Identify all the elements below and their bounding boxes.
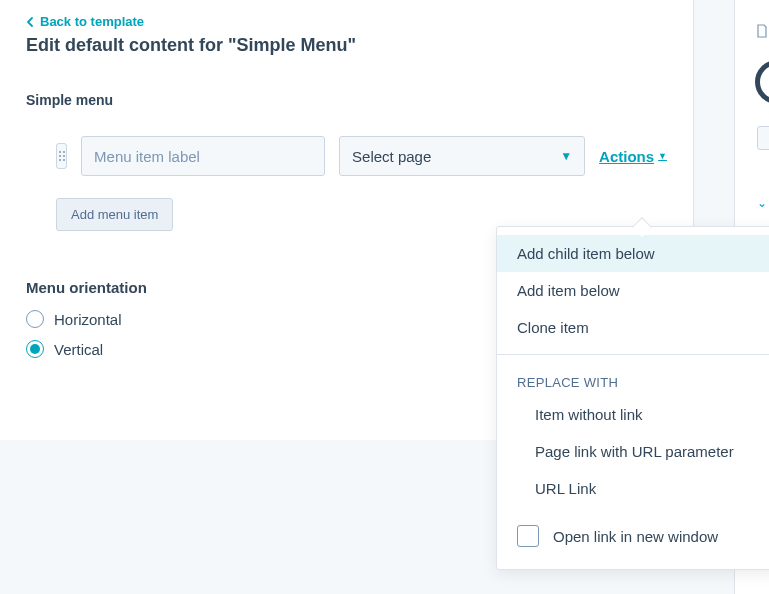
radio-icon	[26, 340, 44, 358]
progress-circle-icon	[755, 60, 769, 104]
page-title: Edit default content for "Simple Menu"	[0, 29, 693, 56]
open-new-window-label: Open link in new window	[553, 528, 718, 545]
chevron-down-icon[interactable]: ⌄	[757, 196, 767, 210]
add-menu-item-button[interactable]: Add menu item	[56, 198, 173, 231]
back-link-text: Back to template	[40, 14, 144, 29]
menu-item-label-input[interactable]	[81, 136, 325, 176]
actions-button-label: Actions	[599, 148, 654, 165]
caret-down-icon: ▼	[560, 149, 572, 163]
select-page-value: Select page	[352, 148, 431, 165]
select-page-dropdown[interactable]: Select page ▼	[339, 136, 585, 176]
radio-icon	[26, 310, 44, 328]
menu-clone-item[interactable]: Clone item	[497, 309, 769, 346]
radio-label: Vertical	[54, 341, 103, 358]
actions-dropdown-menu: Add child item below Add item below Clon…	[496, 226, 769, 570]
open-new-window-row[interactable]: Open link in new window	[497, 507, 769, 547]
actions-button[interactable]: Actions ▼	[599, 148, 667, 165]
checkbox-icon	[517, 525, 539, 547]
menu-item-without-link[interactable]: Item without link	[497, 396, 769, 433]
menu-separator	[497, 354, 769, 355]
caret-down-icon: ▼	[658, 151, 667, 161]
replace-with-label: REPLACE WITH	[497, 369, 769, 396]
menu-item-row: Select page ▼ Actions ▼	[56, 136, 667, 176]
menu-url-link[interactable]: URL Link	[497, 470, 769, 507]
back-link[interactable]: Back to template	[0, 0, 693, 29]
menu-page-link-url-param[interactable]: Page link with URL parameter	[497, 433, 769, 470]
menu-add-item-below[interactable]: Add item below	[497, 272, 769, 309]
drag-handle-icon[interactable]	[56, 143, 67, 169]
document-icon	[755, 24, 769, 38]
menu-add-child-below[interactable]: Add child item below	[497, 235, 769, 272]
simple-menu-label: Simple menu	[0, 56, 693, 108]
chevron-left-icon	[26, 17, 34, 27]
radio-label: Horizontal	[54, 311, 122, 328]
rail-button[interactable]	[757, 126, 769, 150]
